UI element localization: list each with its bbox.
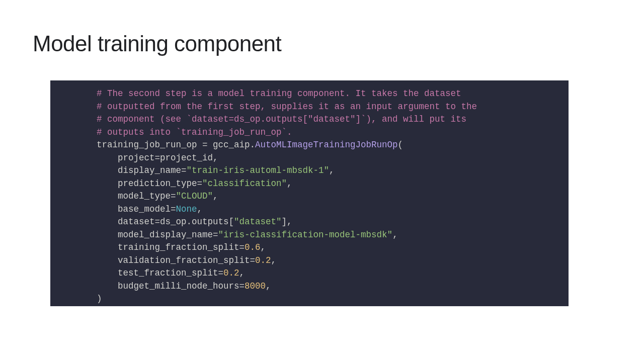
code-model-display-name-key: model_display_name= [118, 230, 218, 240]
code-comma: , [266, 281, 271, 291]
code-comma: , [261, 242, 266, 252]
code-close-paren: ) [97, 294, 102, 304]
code-comment-3: # component (see `dataset=ds_op.outputs[… [97, 114, 466, 124]
code-comma: , [329, 165, 335, 175]
code-indent [97, 204, 118, 214]
code-indent [97, 191, 118, 201]
code-indent [97, 255, 118, 265]
code-indent [97, 165, 118, 175]
code-comma: , [213, 191, 218, 201]
code-val-split-val: 0.2 [255, 255, 271, 265]
code-display-name-key: display_name= [118, 165, 187, 175]
code-dataset-val: "dataset" [234, 217, 282, 227]
code-class-name: AutoMLImageTrainingJobRunOp [255, 140, 398, 150]
code-dataset-tail: ], [282, 217, 292, 227]
code-dataset-key: dataset=ds_op.outputs[ [118, 217, 234, 227]
code-comment-4: # outputs into `training_job_run_op`. [97, 127, 292, 137]
code-indent [97, 242, 118, 252]
code-comment-1: # The second step is a model training co… [97, 88, 461, 99]
code-project: project=project_id, [118, 153, 218, 163]
code-indent [97, 268, 118, 278]
code-base-model-key: base_model= [118, 204, 176, 214]
code-block: # The second step is a model training co… [50, 80, 569, 306]
code-test-split-key: test_fraction_split= [118, 268, 223, 278]
code-base-model-val: None [176, 204, 197, 214]
code-val-split-key: validation_fraction_split= [118, 255, 255, 265]
code-model-display-name-val: "iris-classification-model-mbsdk" [218, 230, 393, 240]
code-train-split-key: training_fraction_split= [118, 242, 245, 252]
code-indent [97, 217, 118, 227]
code-comma: , [392, 230, 398, 240]
code-budget-key: budget_milli_node_hours= [118, 281, 245, 291]
code-prediction-type-val: "classification" [202, 178, 287, 189]
code-comma: , [271, 255, 277, 265]
code-train-split-val: 0.6 [245, 242, 261, 252]
code-assign: training_job_run_op = gcc_aip. [97, 140, 255, 150]
code-model-type-key: model_type= [118, 191, 176, 201]
code-budget-val: 8000 [245, 281, 266, 291]
code-indent [97, 153, 118, 163]
code-indent [97, 230, 118, 240]
code-comment-2: # outputted from the first step, supplie… [97, 102, 477, 112]
code-open-paren: ( [398, 140, 404, 150]
code-prediction-type-key: prediction_type= [118, 178, 202, 189]
code-comma: , [287, 178, 292, 189]
code-test-split-val: 0.2 [223, 268, 239, 278]
page-title: Model training component [33, 31, 281, 56]
code-display-name-val: "train-iris-automl-mbsdk-1" [187, 165, 330, 175]
code-comma: , [239, 268, 245, 278]
code-indent [97, 281, 118, 291]
code-model-type-val: "CLOUD" [176, 191, 213, 201]
code-comma: , [197, 204, 203, 214]
code-indent [97, 178, 118, 189]
